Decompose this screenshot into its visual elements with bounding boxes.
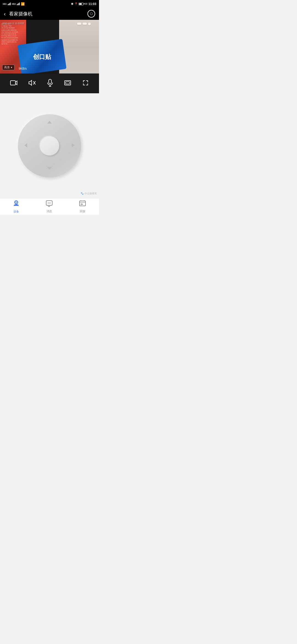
quality-badge[interactable]: 高清 ▼	[2, 65, 15, 70]
time-label: 11:03	[89, 2, 96, 6]
video-white-items	[77, 23, 91, 25]
crop-button[interactable]	[64, 80, 71, 87]
video-speed: 9KB/s	[19, 67, 27, 70]
back-button[interactable]: ‹	[4, 11, 6, 17]
status-right: ✱ 📍 58 11:03	[71, 2, 96, 6]
device-icon	[13, 200, 20, 209]
dpad-down-button[interactable]	[47, 167, 52, 171]
nav-item-device[interactable]: 设备	[13, 200, 20, 214]
battery-icon	[79, 3, 84, 5]
dpad-right-button[interactable]	[71, 143, 75, 149]
svg-point-13	[49, 203, 50, 203]
status-bar: HD1 HD2 📶 ✱ 📍	[0, 0, 99, 8]
dpad-area	[0, 93, 99, 198]
svg-rect-15	[79, 201, 86, 206]
main-content: every day can bea challenge. That'swhy w…	[0, 20, 99, 215]
mic-icon	[47, 79, 53, 88]
quality-label: 高清	[4, 66, 10, 69]
crop-icon	[64, 80, 71, 87]
app-header: ‹ 看家摄像机 ⬡	[0, 8, 99, 20]
playback-label: 回放	[80, 209, 85, 213]
nav-item-message[interactable]: 消息	[46, 200, 53, 213]
speaker-off-icon	[29, 80, 36, 87]
ai-watermark: 🐾 什么值得买	[81, 192, 97, 195]
location-icon: 📍	[75, 2, 78, 5]
playback-icon	[79, 200, 86, 209]
record-button[interactable]	[10, 80, 17, 87]
fullscreen-icon	[82, 80, 89, 87]
svg-point-16	[81, 204, 82, 205]
mic-button[interactable]	[47, 79, 53, 88]
battery-body	[79, 3, 84, 5]
record-icon	[10, 80, 17, 87]
video-pill-2	[82, 23, 87, 25]
speaker-button[interactable]	[29, 80, 36, 87]
battery-level: 58	[85, 2, 87, 5]
settings-icon[interactable]: ⬡	[87, 10, 95, 18]
message-label: 消息	[46, 209, 52, 213]
video-background: every day can bea challenge. That'swhy w…	[0, 20, 99, 73]
video-pill-3	[88, 23, 91, 25]
signal-bars-1	[8, 2, 11, 5]
svg-point-14	[50, 203, 51, 203]
page-wrapper: HD1 HD2 📶 ✱ 📍	[0, 0, 99, 215]
carrier1-label: HD1	[3, 3, 7, 5]
video-timestamp: 2022-12-11 11:03:02	[2, 22, 24, 25]
video-feed: every day can bea challenge. That'swhy w…	[0, 20, 99, 73]
nav-item-playback[interactable]: 回放	[79, 200, 86, 213]
page-title: 看家摄像机	[9, 11, 87, 17]
quality-dropdown-icon: ▼	[10, 66, 13, 69]
wifi-icon: 📶	[21, 2, 25, 6]
svg-rect-3	[49, 79, 51, 84]
device-label: 设备	[13, 210, 19, 214]
video-pill-1	[77, 23, 81, 25]
video-red-text: every day can bea challenge. That'swhy w…	[1, 23, 23, 45]
bottom-nav: 设备 消息	[0, 198, 99, 215]
carrier2-label: HD2	[12, 3, 16, 5]
message-icon	[46, 200, 53, 209]
svg-point-10	[16, 202, 17, 203]
bluetooth-icon: ✱	[71, 2, 73, 6]
signal-bars-2	[17, 2, 20, 5]
dpad-up-button[interactable]	[47, 120, 52, 125]
svg-rect-7	[66, 82, 70, 84]
svg-rect-0	[10, 81, 15, 85]
fullscreen-button[interactable]	[82, 80, 89, 87]
status-left: HD1 HD2 📶	[3, 2, 25, 6]
dpad-center-button[interactable]	[40, 136, 59, 155]
dpad-controller	[18, 114, 81, 178]
svg-point-12	[48, 203, 48, 203]
video-product-text: 创口贴	[33, 53, 51, 61]
dpad-left-button[interactable]	[24, 143, 28, 149]
control-bar	[0, 73, 99, 93]
battery-fill	[79, 3, 82, 5]
